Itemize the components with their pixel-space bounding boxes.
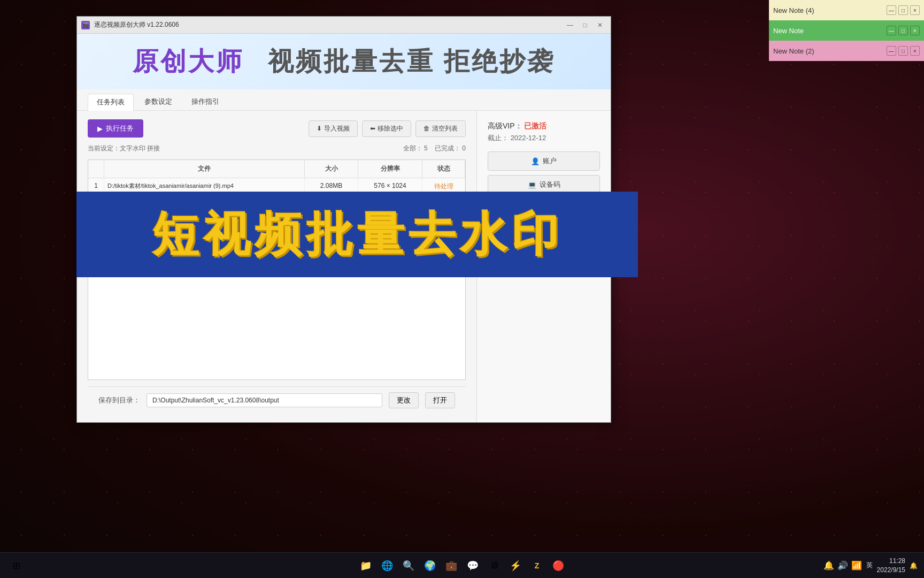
taskbar-edge[interactable]: 🌐 (378, 556, 397, 575)
sticky-note-2-minimize[interactable]: — (887, 26, 896, 35)
sticky-note-2-restore[interactable]: □ (898, 26, 908, 35)
import-icon: ⬇ (317, 125, 322, 132)
taskbar-wechat[interactable]: 💬 (463, 556, 482, 575)
taskbar-app2[interactable]: 🔴 (549, 556, 568, 575)
sticky-note-3-controls: — □ × (887, 46, 920, 56)
settings-info: 当前设定：文字水印 拼接 全部： 5 已完成： 0 (88, 144, 466, 153)
col-num (88, 160, 104, 178)
taskbar-file-explorer[interactable]: 📁 (356, 556, 375, 575)
clear-icon: 🗑 (424, 125, 430, 132)
system-tray: 🔔 🔊 📶 (823, 560, 862, 571)
app-brand: 原创大师 (133, 44, 244, 79)
titlebar: 🎬 逐恋视频原创大师 v1.22.0606 — □ ✕ (77, 17, 611, 34)
table-header: 文件 大小 分辨率 状态 (88, 160, 465, 178)
vip-info: 高级VIP： 已激活 截止： 2022-12-12 (488, 121, 600, 143)
sticky-note-3-close[interactable]: × (910, 46, 920, 56)
save-label: 保存到目录： (98, 396, 140, 405)
maximize-button[interactable]: □ (579, 20, 591, 30)
overlay-banner: 短视频批量去水印 (76, 192, 638, 277)
tray-icon-1: 🔔 (823, 560, 834, 571)
window-controls: — □ ✕ (564, 20, 606, 30)
tab-guide[interactable]: 操作指引 (183, 94, 228, 110)
language-indicator[interactable]: 英 (866, 561, 873, 570)
open-folder-button[interactable]: 打开 (425, 392, 455, 408)
system-clock: 11:28 2022/9/15 (877, 557, 905, 575)
close-button[interactable]: ✕ (594, 20, 606, 30)
taskbar-terminal[interactable]: ⚡ (506, 556, 525, 575)
start-tasks-button[interactable]: ▶ 执行任务 (88, 119, 143, 138)
taskbar-right: 🔔 🔊 📶 英 11:28 2022/9/15 🔔 (823, 557, 918, 575)
tab-tasks[interactable]: 任务列表 (88, 94, 134, 111)
taskbar-left: ⊞ (6, 556, 26, 575)
overlay-text: 短视频批量去水印 (152, 203, 563, 267)
import-video-button[interactable]: ⬇ 导入视频 (309, 120, 358, 137)
app-header: 原创大师 视频批量去重 拒绝抄袭 (77, 34, 611, 89)
taskbar-chrome[interactable]: 🌍 (420, 556, 440, 575)
sticky-note-1-minimize[interactable]: — (887, 5, 896, 15)
account-button[interactable]: 👤 账户 (488, 151, 600, 171)
nav-tabs: 任务列表 参数设定 操作指引 (77, 89, 611, 111)
remove-icon: ⬅ (370, 125, 375, 132)
window-title: 逐恋视频原创大师 v1.22.0606 (94, 20, 559, 29)
tray-icon-network: 📶 (851, 560, 862, 571)
taskbar: ⊞ 📁 🌐 🔍 🌍 💼 💬 🖥 ⚡ Z 🔴 🔔 🔊 📶 英 11:28 2022… (0, 552, 924, 578)
sticky-note-3-restore[interactable]: □ (898, 46, 908, 56)
col-size: 大小 (305, 160, 358, 178)
vip-buttons: 👤 账户 💻 设备码 (488, 151, 600, 194)
sticky-note-1-controls: — □ × (887, 5, 920, 15)
col-resolution: 分辨率 (358, 160, 422, 178)
taskbar-monitor[interactable]: 🖥 (484, 556, 504, 575)
app-tagline: 视频批量去重 拒绝抄袭 (268, 44, 555, 79)
minimize-button[interactable]: — (564, 20, 576, 30)
toolbar: ▶ 执行任务 ⬇ 导入视频 ⬅ 移除选中 🗑 (88, 119, 466, 138)
bottom-bar: 保存到目录： 更改 打开 (88, 386, 466, 414)
taskbar-app1[interactable]: 💼 (442, 556, 461, 575)
sticky-note-2[interactable]: New Note — □ × (769, 20, 924, 41)
tray-icon-2: 🔊 (837, 560, 848, 571)
change-path-button[interactable]: 更改 (389, 392, 419, 408)
col-file: 文件 (104, 160, 305, 178)
clear-list-button[interactable]: 🗑 清空列表 (415, 120, 466, 137)
device-icon: 💻 (528, 181, 536, 189)
sticky-note-1-close[interactable]: × (910, 5, 920, 15)
sticky-note-1[interactable]: New Note (4) — □ × (769, 0, 924, 20)
sticky-notes-panel: New Note (4) — □ × New Note — □ × New No… (769, 0, 924, 61)
save-path-input[interactable] (147, 393, 382, 407)
notification-bell[interactable]: 🔔 (910, 562, 918, 569)
sticky-note-3[interactable]: New Note (2) — □ × (769, 41, 924, 61)
taskbar-zhulan[interactable]: Z (527, 556, 546, 575)
app-icon: 🎬 (81, 21, 90, 29)
sticky-note-3-minimize[interactable]: — (887, 46, 896, 56)
col-status: 状态 (422, 160, 465, 178)
tab-params[interactable]: 参数设定 (136, 94, 181, 110)
start-button[interactable]: ⊞ (6, 556, 26, 575)
sticky-note-1-restore[interactable]: □ (898, 5, 908, 15)
person-icon: 👤 (531, 157, 540, 165)
toolbar-right: ⬇ 导入视频 ⬅ 移除选中 🗑 清空列表 (309, 120, 466, 137)
sticky-note-2-close[interactable]: × (910, 26, 920, 35)
play-icon: ▶ (97, 125, 103, 133)
remove-selected-button[interactable]: ⬅ 移除选中 (362, 120, 411, 137)
sticky-note-2-controls: — □ × (887, 26, 920, 35)
taskbar-search[interactable]: 🔍 (399, 556, 418, 575)
taskbar-center: 📁 🌐 🔍 🌍 💼 💬 🖥 ⚡ Z 🔴 (356, 556, 568, 575)
